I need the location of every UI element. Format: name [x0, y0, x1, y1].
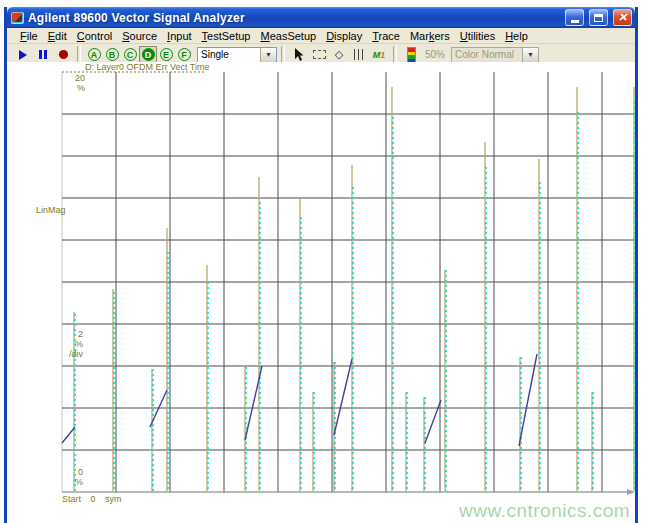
play-button[interactable] [13, 46, 33, 64]
plot-canvas[interactable] [7, 62, 635, 523]
marker-to-peak-tool[interactable]: M1 [369, 46, 389, 64]
trace-button-c[interactable]: C [121, 46, 139, 63]
trace-letter-icon: E [160, 48, 173, 61]
y-axis-top-label: 20 % [53, 73, 85, 93]
trace-button-b[interactable]: B [103, 46, 121, 63]
toolbar-separator [281, 46, 285, 63]
menu-item-file[interactable]: File [15, 30, 43, 42]
trace-display-area[interactable]: D: Layer0 OFDM Err Vect Time 20 % LinMag… [7, 62, 635, 523]
y-axis-bottom-label: 0 % [37, 467, 83, 487]
minimize-button[interactable] [565, 9, 584, 26]
x-axis-start-label: Start 0 sym [62, 494, 122, 504]
y-axis-scale-label: 2 % /div [37, 329, 83, 359]
pause-button[interactable] [33, 46, 53, 64]
trace-button-group: ABCDEF [85, 46, 193, 63]
marker-peak-icon: M1 [373, 50, 386, 60]
window-title: Agilent 89600 Vector Signal Analyzer [28, 11, 560, 25]
trace-button-a[interactable]: A [85, 46, 103, 63]
color-mode-value: Color Normal [452, 49, 522, 60]
marker-diamond-tool[interactable]: ◇ [329, 46, 349, 64]
trace-button-e[interactable]: E [157, 46, 175, 63]
color-scale-icon [407, 47, 416, 63]
ramp-segment [425, 400, 441, 443]
band-markers-icon [354, 49, 364, 60]
minimize-icon [571, 20, 579, 23]
title-bar[interactable]: Agilent 89600 Vector Signal Analyzer ✕ [7, 7, 635, 28]
maximize-icon [594, 14, 603, 22]
menu-bar: FileEditControlSourceInputTestSetupMeasS… [7, 28, 635, 44]
menu-item-meassetup[interactable]: MeasSetup [255, 30, 321, 42]
menu-item-source[interactable]: Source [117, 30, 162, 42]
cursor-icon [294, 48, 304, 61]
menu-item-help[interactable]: Help [500, 30, 533, 42]
menu-item-display[interactable]: Display [321, 30, 367, 42]
trace-letter-icon: F [178, 48, 191, 61]
trace-letter-icon: A [88, 48, 101, 61]
color-scale-button[interactable] [401, 46, 421, 64]
diamond-icon: ◇ [335, 49, 343, 60]
trace-button-f[interactable]: F [175, 46, 193, 63]
menu-item-trace[interactable]: Trace [367, 30, 405, 42]
menu-item-input[interactable]: Input [162, 30, 196, 42]
average-mode-combo[interactable]: Single ▼ [197, 47, 277, 63]
band-markers-tool[interactable] [349, 46, 369, 64]
zoom-rectangle-tool[interactable] [309, 46, 329, 64]
maximize-button[interactable] [589, 9, 608, 26]
ramp-segment [334, 359, 352, 435]
menu-item-testsetup[interactable]: TestSetup [197, 30, 256, 42]
average-mode-value: Single [198, 49, 260, 60]
toolbar-separator [77, 46, 81, 63]
menu-item-control[interactable]: Control [72, 30, 117, 42]
chevron-down-icon[interactable]: ▼ [260, 48, 276, 62]
y-axis-format-label: LinMag [36, 205, 66, 215]
watermark: www.cntronics.com [459, 500, 630, 522]
zoom-rectangle-icon [313, 50, 326, 59]
record-icon [59, 50, 68, 59]
record-button[interactable] [53, 46, 73, 64]
toolbar-separator [393, 46, 397, 63]
color-mode-combo: Color Normal ▼ [451, 47, 539, 63]
trace-title: D: Layer0 OFDM Err Vect Time [85, 62, 210, 72]
play-icon [19, 50, 27, 60]
select-pointer-tool[interactable] [289, 46, 309, 64]
trace-letter-icon: D [142, 48, 155, 61]
close-icon: ✕ [618, 12, 627, 23]
chevron-down-icon[interactable]: ▼ [522, 48, 538, 62]
screenshot-stage: Agilent 89600 Vector Signal Analyzer ✕ F… [0, 0, 646, 523]
pause-icon [39, 50, 47, 59]
trace-letter-icon: C [124, 48, 137, 61]
zoom-level-value: 50% [421, 49, 451, 60]
app-icon [11, 12, 24, 24]
close-button[interactable]: ✕ [613, 9, 632, 26]
menu-item-utilities[interactable]: Utilities [455, 30, 500, 42]
trace-letter-icon: B [106, 48, 119, 61]
trace-button-d[interactable]: D [139, 46, 157, 63]
ramp-segment [62, 427, 75, 443]
menu-item-edit[interactable]: Edit [43, 30, 72, 42]
menu-item-markers[interactable]: Markers [405, 30, 455, 42]
app-window: Agilent 89600 Vector Signal Analyzer ✕ F… [4, 7, 638, 523]
